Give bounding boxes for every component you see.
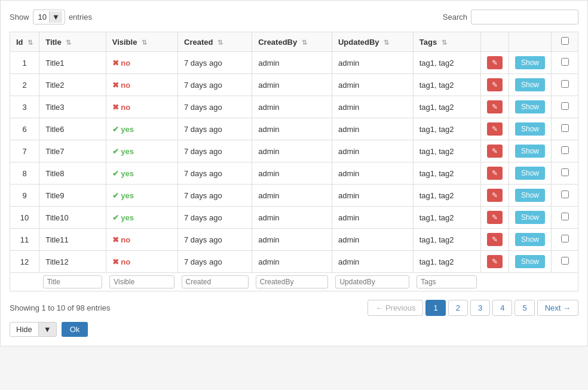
row-checkbox[interactable]	[561, 235, 569, 242]
cell-show[interactable]: Show	[509, 118, 551, 140]
filter-tags-input[interactable]	[416, 275, 477, 288]
col-header-visible[interactable]: Visible ⇅	[106, 32, 177, 52]
edit-button[interactable]: ✎	[487, 167, 503, 180]
edit-button[interactable]: ✎	[487, 145, 503, 158]
edit-button[interactable]: ✎	[487, 211, 503, 224]
edit-button[interactable]: ✎	[487, 189, 503, 202]
cell-show[interactable]: Show	[509, 140, 551, 162]
col-header-createdby[interactable]: CreatedBy ⇅	[252, 32, 332, 52]
cell-checkbox[interactable]	[552, 185, 578, 207]
cell-createdby: admin	[252, 52, 332, 74]
cell-show[interactable]: Show	[509, 185, 551, 207]
cell-edit[interactable]: ✎	[480, 229, 509, 251]
show-button[interactable]: Show	[515, 100, 545, 113]
row-checkbox[interactable]	[561, 102, 569, 110]
edit-button[interactable]: ✎	[487, 255, 503, 268]
cell-edit[interactable]: ✎	[480, 74, 509, 96]
cell-show[interactable]: Show	[509, 96, 551, 118]
filter-updatedby-input[interactable]	[335, 275, 409, 288]
cell-checkbox[interactable]	[552, 251, 578, 273]
cell-edit[interactable]: ✎	[480, 162, 509, 185]
cell-checkbox[interactable]	[552, 207, 578, 229]
edit-button[interactable]: ✎	[487, 100, 503, 113]
entries-dropdown-arrow[interactable]: ▼	[49, 11, 62, 23]
show-button[interactable]: Show	[515, 189, 545, 202]
cell-checkbox[interactable]	[552, 140, 578, 162]
filter-title-input[interactable]	[43, 275, 103, 288]
edit-button[interactable]: ✎	[487, 122, 503, 136]
cell-title: Title11	[39, 229, 106, 251]
filter-created-input[interactable]	[182, 275, 249, 288]
filter-tags[interactable]	[413, 273, 480, 291]
row-checkbox[interactable]	[561, 58, 569, 66]
cell-created: 7 days ago	[178, 52, 252, 74]
cell-edit[interactable]: ✎	[480, 96, 509, 118]
filter-title[interactable]	[39, 273, 106, 291]
row-checkbox[interactable]	[561, 146, 569, 154]
next-button[interactable]: Next →	[537, 300, 578, 316]
filter-updatedby[interactable]	[332, 273, 413, 291]
col-header-checkbox[interactable]	[552, 32, 578, 52]
prev-button[interactable]: ← Previous	[368, 300, 423, 316]
show-button[interactable]: Show	[515, 233, 545, 246]
page-3-button[interactable]: 3	[470, 300, 490, 316]
filter-createdby-input[interactable]	[256, 275, 329, 288]
cell-edit[interactable]: ✎	[480, 140, 509, 162]
filter-visible-input[interactable]	[109, 275, 174, 288]
cell-checkbox[interactable]	[552, 96, 578, 118]
cell-show[interactable]: Show	[509, 251, 551, 273]
col-header-tags[interactable]: Tags ⇅	[413, 32, 480, 52]
cell-checkbox[interactable]	[552, 229, 578, 251]
row-checkbox[interactable]	[561, 213, 569, 220]
show-button[interactable]: Show	[515, 211, 545, 224]
show-button[interactable]: Show	[515, 122, 545, 136]
show-button[interactable]: Show	[515, 145, 545, 158]
sort-icon-id: ⇅	[27, 39, 33, 46]
cell-edit[interactable]: ✎	[480, 118, 509, 140]
cell-checkbox[interactable]	[552, 118, 578, 140]
page-1-button[interactable]: 1	[425, 300, 445, 316]
ok-button[interactable]: Ok	[62, 322, 88, 337]
cell-edit[interactable]: ✎	[480, 251, 509, 273]
select-all-checkbox[interactable]	[561, 37, 569, 45]
col-header-title[interactable]: Title ⇅	[39, 32, 106, 52]
col-header-edit	[480, 32, 509, 52]
cell-checkbox[interactable]	[552, 162, 578, 185]
show-button[interactable]: Show	[515, 78, 545, 91]
show-button[interactable]: Show	[515, 56, 545, 69]
filter-created[interactable]	[178, 273, 252, 291]
row-checkbox[interactable]	[561, 257, 569, 265]
row-checkbox[interactable]	[561, 191, 569, 198]
page-4-button[interactable]: 4	[492, 300, 512, 316]
cell-created: 7 days ago	[178, 74, 252, 96]
row-checkbox[interactable]	[561, 80, 569, 88]
row-checkbox[interactable]	[561, 168, 569, 176]
filter-createdby[interactable]	[252, 273, 332, 291]
filter-show	[509, 273, 551, 291]
col-header-id[interactable]: Id ⇅	[10, 32, 39, 52]
search-input[interactable]	[471, 10, 578, 24]
cell-show[interactable]: Show	[509, 207, 551, 229]
cell-checkbox[interactable]	[552, 74, 578, 96]
filter-visible[interactable]	[106, 273, 177, 291]
edit-button[interactable]: ✎	[487, 78, 503, 91]
hide-dropdown-arrow[interactable]: ▼	[38, 323, 56, 336]
cell-createdby: admin	[252, 74, 332, 96]
cell-edit[interactable]: ✎	[480, 207, 509, 229]
col-header-created[interactable]: Created ⇅	[178, 32, 252, 52]
page-2-button[interactable]: 2	[448, 300, 468, 316]
col-header-updatedby[interactable]: UpdatedBy ⇅	[332, 32, 413, 52]
show-button[interactable]: Show	[515, 167, 545, 180]
edit-button[interactable]: ✎	[487, 233, 503, 246]
cell-show[interactable]: Show	[509, 74, 551, 96]
cell-checkbox[interactable]	[552, 52, 578, 74]
row-checkbox[interactable]	[561, 124, 569, 132]
cell-edit[interactable]: ✎	[480, 52, 509, 74]
cell-edit[interactable]: ✎	[480, 185, 509, 207]
edit-button[interactable]: ✎	[487, 56, 503, 69]
show-button[interactable]: Show	[515, 255, 545, 268]
cell-show[interactable]: Show	[509, 229, 551, 251]
page-5-button[interactable]: 5	[514, 300, 534, 316]
cell-show[interactable]: Show	[509, 52, 551, 74]
cell-show[interactable]: Show	[509, 162, 551, 185]
